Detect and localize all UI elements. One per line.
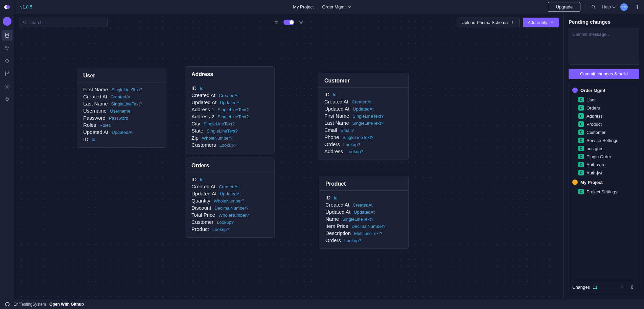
tree-item[interactable]: CAuth-core xyxy=(572,161,636,169)
field-row[interactable]: Created AtCreatedAt xyxy=(325,201,402,208)
field-row[interactable]: First NameSingleLineText? xyxy=(83,86,160,93)
field-row[interactable]: Created AtCreatedAt xyxy=(191,183,268,190)
help-menu[interactable]: Help xyxy=(602,4,616,9)
commit-button[interactable]: Commit changes & build xyxy=(569,69,639,79)
app-logo[interactable] xyxy=(0,0,14,14)
breadcrumb-service[interactable]: Order Mgmt xyxy=(322,4,351,9)
view-toggle[interactable] xyxy=(283,20,294,25)
entity-orders[interactable]: OrdersIDIdCreated AtCreatedAtUpdated AtU… xyxy=(185,158,275,238)
field-row[interactable]: EmailEmail? xyxy=(324,126,402,134)
field-row[interactable]: OrdersLookup? xyxy=(324,141,402,148)
change-badge-icon: C xyxy=(578,113,584,119)
rail-item-settings[interactable] xyxy=(2,81,13,92)
field-row[interactable]: Created AtCreatedAt xyxy=(83,93,160,100)
rail-item-entities[interactable] xyxy=(2,30,13,41)
tree-item[interactable]: CProduct xyxy=(572,120,636,128)
tree-project-header[interactable]: My Project xyxy=(572,180,636,185)
footer-github-link[interactable]: Open With Github xyxy=(49,302,84,307)
field-row[interactable]: Last NameSingleLineText? xyxy=(324,119,402,126)
rail-item-git[interactable] xyxy=(2,68,13,79)
field-row[interactable]: CustomersLookup? xyxy=(191,141,268,148)
logo-icon xyxy=(4,4,10,10)
tree-service-header[interactable]: Order Mgmt xyxy=(572,88,636,93)
rail-item-connections[interactable] xyxy=(2,94,13,105)
field-row[interactable]: Updated AtUpdatedAt xyxy=(191,99,268,106)
entity-product[interactable]: ProductIDIdCreated AtCreatedAtUpdated At… xyxy=(319,176,409,249)
field-row[interactable]: IDId xyxy=(83,136,160,143)
entity-title: User xyxy=(77,68,166,82)
search-input[interactable] xyxy=(29,20,104,25)
field-row[interactable]: RolesRoles xyxy=(83,121,160,128)
field-row[interactable]: DiscountDecimalNumber? xyxy=(191,204,268,211)
field-row[interactable]: CitySingleLineText? xyxy=(191,120,268,127)
trash-icon xyxy=(630,285,635,289)
field-row[interactable]: ProductLookup? xyxy=(191,225,268,233)
field-row[interactable]: ZipWholeNumber? xyxy=(191,134,268,141)
tree-item[interactable]: CCustomer xyxy=(572,128,636,136)
entity-address[interactable]: AddressIDIdCreated AtCreatedAtUpdated At… xyxy=(185,66,275,153)
workspace-avatar[interactable] xyxy=(3,17,12,26)
field-name: Password xyxy=(83,115,106,121)
tree-service-name: Order Mgmt xyxy=(580,88,605,93)
tree-item[interactable]: CPlugin Order xyxy=(572,152,636,161)
search-input-wrap[interactable] xyxy=(19,18,108,27)
field-row[interactable]: DescriptionMultiLineText? xyxy=(325,230,402,237)
field-row[interactable]: IDId xyxy=(191,176,268,183)
discard-button[interactable] xyxy=(629,284,636,290)
logout-button[interactable] xyxy=(632,4,639,10)
field-row[interactable]: StateSingleLineText? xyxy=(191,127,268,134)
tree-item[interactable]: CAuth-jwt xyxy=(572,169,636,177)
view-list-button[interactable] xyxy=(273,19,280,26)
database-icon xyxy=(4,32,10,38)
field-row[interactable]: AddressLookup? xyxy=(324,148,402,155)
field-row[interactable]: QuantityWholeNumber? xyxy=(191,197,268,204)
field-type: UpdatedAt xyxy=(220,100,240,105)
tree-item[interactable]: Cpostgres xyxy=(572,144,636,152)
field-row[interactable]: OrdersLookup? xyxy=(325,237,402,244)
erd-canvas[interactable]: Upload Prisma Schema Add entity UserFirs… xyxy=(14,14,564,299)
tree-item[interactable]: CAddress xyxy=(572,112,636,120)
field-row[interactable]: PhoneSingleLineText? xyxy=(324,134,402,141)
rail-item-plugins[interactable] xyxy=(2,55,13,66)
upgrade-button[interactable]: Upgrade xyxy=(548,2,580,12)
tree-item-label: Orders xyxy=(586,105,600,111)
field-row[interactable]: PasswordPassword xyxy=(83,114,160,121)
search-button[interactable] xyxy=(590,4,597,10)
field-row[interactable]: NameSingleLineText? xyxy=(325,215,402,222)
field-row[interactable]: UsernameUsername xyxy=(83,107,160,114)
entity-customer[interactable]: CustomerIDIdCreated AtCreatedAtUpdated A… xyxy=(318,73,409,160)
field-row[interactable]: Updated AtUpdatedAt xyxy=(325,208,402,215)
add-entity-button[interactable]: Add entity xyxy=(523,18,559,27)
field-row[interactable]: Address 2SingleLineText? xyxy=(191,113,268,120)
field-row[interactable]: IDId xyxy=(191,85,268,92)
field-row[interactable]: Last NameSingleLineText? xyxy=(83,100,160,107)
user-avatar[interactable]: EG xyxy=(620,3,628,11)
field-row[interactable]: Total PriceWholeNumber? xyxy=(191,211,268,218)
field-type: CreatedAt xyxy=(219,93,239,98)
field-row[interactable]: Created AtCreatedAt xyxy=(324,98,402,105)
svg-point-8 xyxy=(5,72,6,73)
svg-point-19 xyxy=(301,23,301,24)
rail-item-roles[interactable] xyxy=(2,43,13,53)
view-graph-button[interactable] xyxy=(298,19,304,26)
tree-item[interactable]: CUser xyxy=(572,96,636,104)
field-row[interactable]: IDId xyxy=(325,194,402,201)
field-row[interactable]: CustomerLookup? xyxy=(191,218,268,225)
compare-button[interactable] xyxy=(619,284,625,290)
tree-item[interactable]: CService Settings xyxy=(572,136,636,144)
upload-schema-button[interactable]: Upload Prisma Schema xyxy=(457,18,520,27)
field-row[interactable]: Updated AtUpdatedAt xyxy=(83,128,160,136)
commit-message-input[interactable] xyxy=(569,28,639,65)
breadcrumb-project[interactable]: My Project xyxy=(293,4,314,9)
field-row[interactable]: IDId xyxy=(324,91,402,98)
tree-item[interactable]: CProject Settings xyxy=(572,188,636,196)
field-type: DecimalNumber? xyxy=(214,206,248,211)
field-row[interactable]: First NameSingleLineText? xyxy=(324,112,402,119)
field-row[interactable]: Address 1SingleLineText? xyxy=(191,106,268,113)
tree-item[interactable]: COrders xyxy=(572,104,636,112)
entity-user[interactable]: UserFirst NameSingleLineText?Created AtC… xyxy=(77,68,166,148)
field-row[interactable]: Updated AtUpdatedAt xyxy=(191,190,268,197)
field-row[interactable]: Item PriceDecimalNumber? xyxy=(325,222,402,230)
field-row[interactable]: Created AtCreatedAt xyxy=(191,92,268,99)
field-row[interactable]: Updated AtUpdatedAt xyxy=(324,105,402,112)
